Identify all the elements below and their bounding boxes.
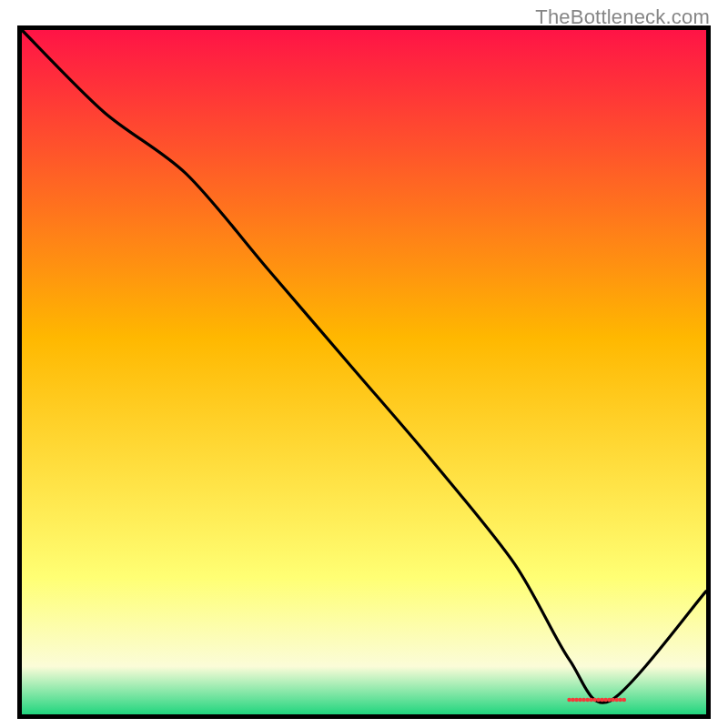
bottleneck-chart (17, 25, 711, 719)
optimal-marker-dot (567, 698, 571, 703)
optimal-marker-dot (614, 698, 619, 703)
optimal-marker-dot (589, 698, 593, 703)
optimal-marker-dot (600, 698, 604, 703)
optimal-marker-dot (578, 698, 582, 703)
optimal-marker-dot (571, 698, 575, 703)
optimal-marker-dot (618, 698, 622, 703)
optimal-marker-dot (611, 698, 615, 703)
chart-frame (17, 25, 711, 719)
optimal-marker-dot (596, 698, 601, 703)
optimal-marker-dot (581, 698, 586, 703)
optimal-marker-dot (607, 698, 612, 703)
optimal-marker-dot (603, 698, 608, 703)
optimal-marker-dot (585, 698, 590, 703)
optimal-marker-dot (592, 698, 597, 703)
optimal-marker-dot (574, 698, 579, 703)
optimal-marker-dot (622, 698, 627, 703)
gradient-background (22, 30, 706, 714)
